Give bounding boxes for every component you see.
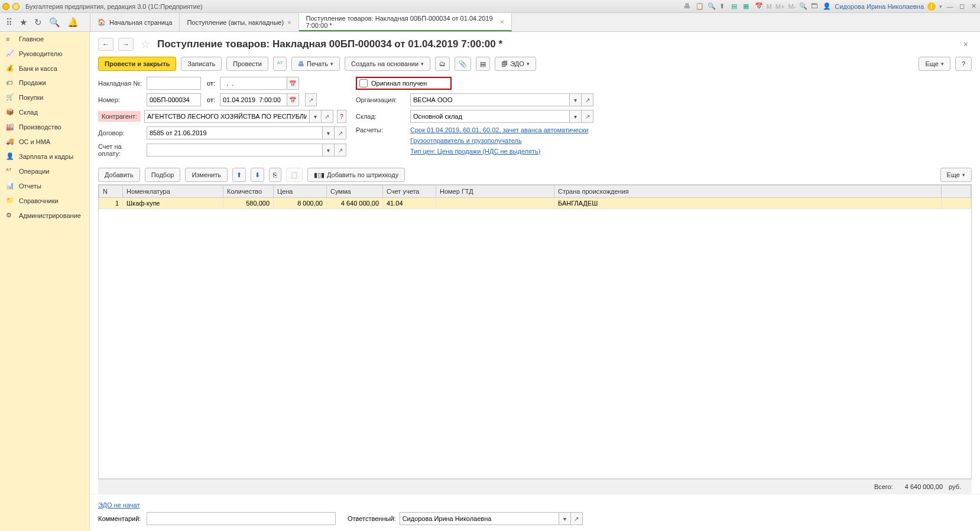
window-icon[interactable]: 🗔: [811, 2, 819, 11]
table-more-button[interactable]: Еще▾: [940, 168, 972, 182]
dropdown-icon[interactable]: ▾: [323, 144, 335, 157]
calendar-icon[interactable]: 📅: [287, 93, 299, 106]
m-label[interactable]: M: [767, 3, 772, 10]
sidebar-item-sales[interactable]: 🏷Продажи: [0, 76, 89, 90]
sidebar-item-manager[interactable]: 📈Руководителю: [0, 46, 89, 61]
close-icon[interactable]: ×: [500, 18, 504, 25]
paste-row-button[interactable]: 📋: [286, 168, 303, 182]
add-by-barcode-button[interactable]: ▮▯▮Добавить по штрихкоду: [307, 168, 405, 182]
sidebar-item-main[interactable]: ≡Главное: [0, 32, 89, 46]
original-received-row[interactable]: Оригинал получен: [356, 77, 452, 90]
edo-status-link[interactable]: ЭДО не начат: [98, 501, 139, 509]
zoom-icon[interactable]: 🔍: [799, 2, 807, 11]
edo-button[interactable]: 🗐ЭДО▾: [495, 57, 536, 71]
sidebar-item-bank[interactable]: 💰Банк и касса: [0, 61, 89, 76]
cell-price[interactable]: 8 000,00: [274, 198, 327, 209]
close-window-button[interactable]: ✕: [969, 2, 978, 10]
add-row-button[interactable]: Добавить: [98, 168, 140, 182]
bell-icon[interactable]: 🔔: [67, 17, 79, 28]
dt-kt-button[interactable]: ᴬᵀ: [273, 57, 287, 71]
open-icon[interactable]: ↗: [571, 512, 583, 525]
post-and-close-button[interactable]: Провести и закрыть: [98, 57, 176, 71]
price-type-link[interactable]: Тип цен: Цена продажи (НДС не выделять): [410, 148, 540, 155]
history-icon[interactable]: ↻: [34, 17, 42, 28]
help-button[interactable]: ?: [955, 57, 972, 71]
col-nomenclature[interactable]: Номенклатура: [123, 185, 223, 198]
structure-button[interactable]: 🗂: [435, 57, 450, 71]
original-received-checkbox[interactable]: [359, 79, 368, 87]
dropdown-icon[interactable]: ▾: [323, 126, 335, 139]
col-country[interactable]: Страна происхождения: [554, 185, 942, 198]
number-date-input[interactable]: [220, 93, 287, 106]
tab-receipt-document[interactable]: Поступление товаров: Накладная 00БП-0000…: [299, 13, 512, 31]
cell-sum[interactable]: 4 640 000,00: [327, 198, 383, 209]
col-extra[interactable]: [942, 185, 971, 198]
info-caret[interactable]: ▾: [939, 4, 942, 9]
sidebar-item-operations[interactable]: ᴬᵀОперации: [0, 164, 89, 178]
post-button[interactable]: Провести: [226, 57, 268, 71]
dropdown-icon[interactable]: ▾: [570, 110, 582, 123]
schet-input[interactable]: [147, 144, 323, 157]
calendar-icon[interactable]: 📅: [755, 2, 763, 11]
comment-input[interactable]: [147, 512, 336, 525]
sidebar-item-warehouse[interactable]: 📦Склад: [0, 105, 89, 119]
print-button[interactable]: 🖶Печать▾: [291, 57, 340, 71]
list-button[interactable]: ▤: [476, 57, 490, 71]
col-account[interactable]: Счет учета: [383, 185, 436, 198]
menu-icon[interactable]: ⠿: [6, 17, 12, 28]
forward-button[interactable]: →: [118, 38, 134, 51]
cell-country[interactable]: БАНГЛАДЕШ: [554, 198, 942, 209]
col-n[interactable]: N: [99, 185, 123, 198]
copy-row-button[interactable]: ⎘: [269, 168, 281, 182]
grid-icon[interactable]: ▦: [743, 2, 751, 11]
rascety-link[interactable]: Срок 01.04.2019, 60.01, 60.02, зачет ава…: [410, 126, 588, 133]
sidebar-item-assets[interactable]: 🚚ОС и НМА: [0, 134, 89, 149]
tab-home[interactable]: 🏠 Начальная страница: [90, 13, 180, 31]
m-minus-label[interactable]: M-: [788, 3, 796, 10]
info-icon[interactable]: i: [927, 2, 936, 11]
cell-nom[interactable]: Шкаф-купе: [123, 198, 223, 209]
number-input[interactable]: [147, 93, 201, 106]
cell-account[interactable]: 41.04: [383, 198, 436, 209]
col-gtd[interactable]: Номер ГТД: [436, 185, 554, 198]
kontragent-help-button[interactable]: ?: [337, 110, 346, 123]
copy-icon[interactable]: 📋: [696, 2, 704, 11]
invoice-date-input[interactable]: [220, 77, 287, 90]
move-down-button[interactable]: ⬇: [251, 168, 264, 182]
cell-extra[interactable]: [942, 198, 971, 209]
responsible-input[interactable]: [400, 512, 559, 525]
open-icon[interactable]: ↗: [305, 93, 317, 106]
dropdown-icon[interactable]: ▾: [570, 93, 582, 106]
open-icon[interactable]: ↗: [322, 110, 333, 123]
search-nav-icon[interactable]: 🔍: [49, 17, 60, 28]
open-icon[interactable]: ↗: [335, 126, 346, 139]
maximize-button[interactable]: ◻: [958, 2, 966, 10]
more-button[interactable]: Еще▾: [919, 57, 950, 71]
col-qty[interactable]: Количество: [223, 185, 274, 198]
calendar-icon[interactable]: 📅: [287, 77, 299, 90]
dropdown-icon[interactable]: ▾: [559, 512, 571, 525]
sidebar-item-purchases[interactable]: 🛒Покупки: [0, 90, 89, 105]
save-button[interactable]: Записать: [181, 57, 222, 71]
col-sum[interactable]: Сумма: [327, 185, 383, 198]
sklad-input[interactable]: [410, 110, 570, 123]
favorite-icon[interactable]: ☆: [141, 38, 150, 51]
kontragent-input[interactable]: [144, 110, 310, 123]
user-name[interactable]: Сидорова Ирина Николаевна: [835, 3, 924, 10]
sidebar-item-production[interactable]: 🏭Производство: [0, 119, 89, 134]
invoice-no-input[interactable]: [147, 77, 201, 90]
calc-icon[interactable]: ▤: [731, 2, 739, 11]
open-icon[interactable]: ↗: [335, 144, 346, 157]
org-input[interactable]: [410, 93, 570, 106]
sidebar-item-reports[interactable]: 📊Отчеты: [0, 178, 89, 193]
print-icon[interactable]: 🖶: [684, 2, 692, 11]
sidebar-item-admin[interactable]: ⚙Администрирование: [0, 208, 89, 223]
edit-row-button[interactable]: Изменить: [185, 168, 228, 182]
cell-gtd[interactable]: [436, 198, 554, 209]
sidebar-item-hr[interactable]: 👤Зарплата и кадры: [0, 149, 89, 164]
cell-n[interactable]: 1: [99, 198, 123, 209]
move-up-button[interactable]: ⬆: [232, 168, 246, 182]
open-icon[interactable]: ↗: [582, 110, 593, 123]
tab-receipts-list[interactable]: Поступление (акты, накладные) ×: [180, 13, 298, 31]
open-icon[interactable]: ↗: [582, 93, 593, 106]
